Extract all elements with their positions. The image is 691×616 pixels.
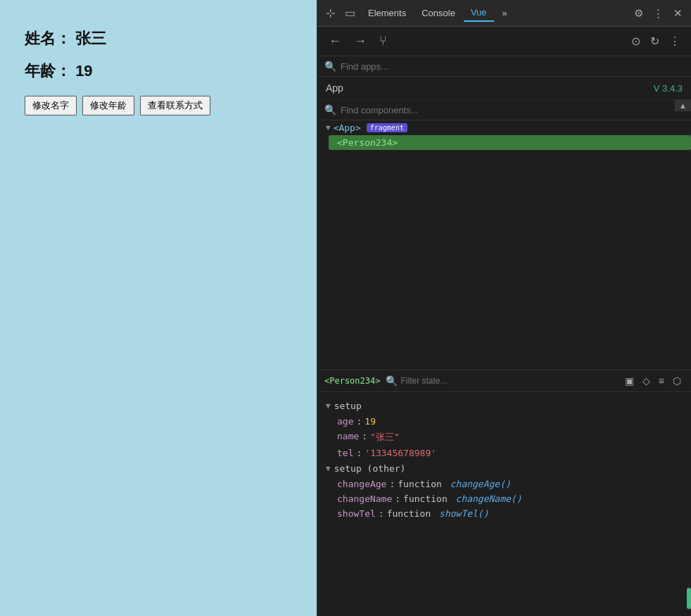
app-tag: <App> <box>334 122 361 133</box>
find-apps-bar: 🔍 <box>317 56 691 77</box>
tab-vue[interactable]: Vue <box>464 4 494 22</box>
showtel-key: showTel <box>337 508 376 519</box>
setup-arrow-icon: ▼ <box>326 401 331 410</box>
filter-search-icon: 🔍 <box>386 375 398 386</box>
showtel-fn-prefix: function <box>387 508 436 519</box>
app-header: App V 3.4.3 <box>317 77 691 100</box>
devtools-nav: ← → ⑂ ⊙ ↻ ⋮ <box>317 27 691 56</box>
showtel-fn-name: showTel() <box>439 508 488 519</box>
list-icon[interactable]: ≡ <box>656 374 667 388</box>
tab-console[interactable]: Console <box>414 5 462 21</box>
changeage-fn-name: changeAge() <box>450 479 511 489</box>
cursor-icon[interactable]: ⊹ <box>322 4 339 23</box>
button-row: 修改名字 修改年龄 查看联系方式 <box>25 96 271 115</box>
devtools-panel: ⊹ ▭ Elements Console Vue » ⚙ ⋮ ✕ ← → ⑂ ⊙… <box>317 0 691 616</box>
bottom-action-icons: ▣ ◇ ≡ ⬡ <box>622 374 684 388</box>
vue-version: V 3.4.3 <box>654 83 683 94</box>
fork-icon[interactable]: ⑂ <box>375 32 391 50</box>
tree-item-app[interactable]: ▼ <App> fragment <box>317 120 691 135</box>
changename-fn-prefix: function <box>403 494 452 504</box>
setup-section-header[interactable]: ▼ setup <box>317 398 691 414</box>
age-key: age <box>337 416 353 427</box>
app-arrow-icon: ▼ <box>326 123 331 132</box>
info-block: 姓名： 张三 年龄： 19 修改名字 修改年龄 查看联系方式 <box>14 14 281 130</box>
view-contact-button[interactable]: 查看联系方式 <box>140 96 210 115</box>
find-components-input[interactable] <box>341 105 684 115</box>
tab-elements[interactable]: Elements <box>361 5 413 21</box>
component-search-bar: 🔍 <box>317 100 691 120</box>
state-age-row: age : 19 <box>317 414 691 429</box>
more-icon[interactable]: ⋮ <box>649 4 668 23</box>
state-tel-row: tel : '13345678989' <box>317 446 691 460</box>
name-key: name <box>337 431 359 444</box>
open-external-icon[interactable]: ⬡ <box>670 374 684 388</box>
menu-icon[interactable]: ⋮ <box>666 33 684 49</box>
app-fragment-badge: fragment <box>367 123 407 132</box>
changename-colon: : <box>395 494 400 504</box>
age-row: 年龄： 19 <box>25 61 271 82</box>
refresh-icon[interactable]: ↻ <box>647 33 663 49</box>
scrollbar-indicator <box>687 588 691 609</box>
name-row: 姓名： 张三 <box>25 28 271 49</box>
age-val: 19 <box>364 416 376 427</box>
tel-val: '13345678989' <box>364 448 436 458</box>
code-icon[interactable]: ◇ <box>640 374 653 388</box>
person-tag: <Person234> <box>337 137 398 148</box>
setup-other-label: setup (other) <box>334 463 406 474</box>
tab-more[interactable]: » <box>495 5 514 21</box>
forward-button[interactable]: → <box>350 32 371 50</box>
state-showtel-row: showTel : function showTel() <box>317 506 691 521</box>
scroll-up-button[interactable]: ▲ <box>675 100 691 111</box>
name-label: 姓名： <box>25 30 71 47</box>
app-label: App <box>326 82 654 94</box>
changename-fn-name: changeName() <box>456 494 522 504</box>
close-icon[interactable]: ✕ <box>669 4 687 23</box>
tel-key: tel <box>337 448 353 458</box>
state-changename-row: changeName : function changeName() <box>317 491 691 506</box>
component-search-icon: 🔍 <box>324 104 336 115</box>
name-value: 张三 <box>75 30 106 47</box>
nav-right-icons: ⊙ ↻ ⋮ <box>628 33 684 49</box>
search-icon: 🔍 <box>324 61 336 72</box>
inspect-target-icon[interactable]: ⊙ <box>628 33 644 49</box>
settings-icon[interactable]: ⚙ <box>630 4 647 23</box>
setup-other-section-header[interactable]: ▼ setup (other) <box>317 460 691 477</box>
age-label: 年龄： <box>25 62 71 80</box>
tree-item-person[interactable]: <Person234> <box>329 135 691 150</box>
setup-other-arrow-icon: ▼ <box>326 464 331 473</box>
tel-colon: : <box>356 448 362 458</box>
state-name-row: name : "张三" <box>317 429 691 446</box>
changeage-colon: : <box>389 479 395 489</box>
back-button[interactable]: ← <box>324 32 346 50</box>
age-value: 19 <box>75 62 92 80</box>
changename-key: changeName <box>337 494 392 504</box>
changeage-fn-prefix: function <box>398 479 447 489</box>
name-colon: : <box>362 431 367 444</box>
filter-state-input[interactable] <box>400 376 616 386</box>
change-age-button[interactable]: 修改年龄 <box>82 96 134 115</box>
left-panel: 姓名： 张三 年龄： 19 修改名字 修改年龄 查看联系方式 <box>0 0 317 616</box>
setup-label: setup <box>334 401 362 411</box>
name-val: "张三" <box>370 431 400 444</box>
showtel-colon: : <box>379 508 384 519</box>
state-changeage-row: changeAge : function changeAge() <box>317 477 691 491</box>
changeage-key: changeAge <box>337 479 386 489</box>
bottom-panel: <Person234> 🔍 ▣ ◇ ≡ ⬡ ▼ setup age : <box>317 370 691 616</box>
filter-state-wrap: 🔍 <box>386 375 616 386</box>
state-section: ▼ setup age : 19 name : "张三" tel : '1334… <box>317 392 691 616</box>
find-apps-input[interactable] <box>341 61 684 72</box>
selected-component-name: <Person234> <box>324 376 380 386</box>
change-name-button[interactable]: 修改名字 <box>25 96 77 115</box>
bottom-toolbar: <Person234> 🔍 ▣ ◇ ≡ ⬡ <box>317 370 691 392</box>
inspect-icon[interactable]: ▭ <box>341 4 360 23</box>
age-colon: : <box>356 416 362 427</box>
screenshot-icon[interactable]: ▣ <box>622 374 637 388</box>
devtools-tabbar: ⊹ ▭ Elements Console Vue » ⚙ ⋮ ✕ <box>317 0 691 27</box>
tree-area: ▲ 🔍 ▼ <App> fragment <Person234> <box>317 100 691 370</box>
